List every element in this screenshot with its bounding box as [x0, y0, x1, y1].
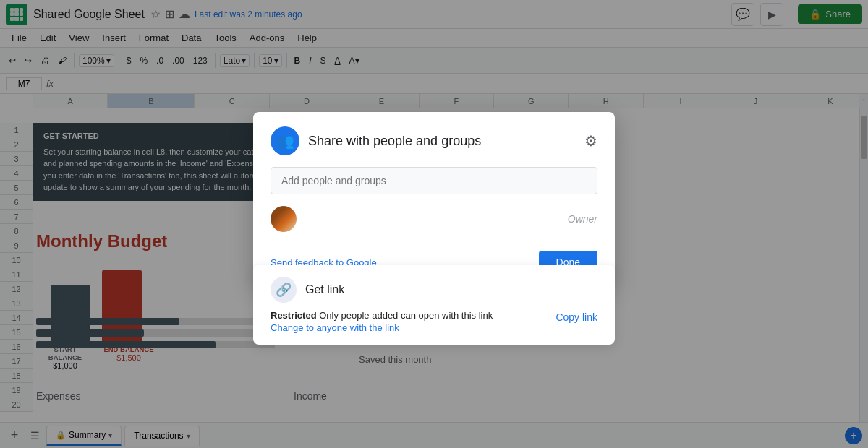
people-icon: 👥 — [276, 132, 294, 150]
people-icon-circle: 👥 — [271, 126, 299, 155]
share-dialog-header: 👥 Share with people and groups ⚙ — [271, 126, 597, 155]
share-dialog-title: Share with people and groups — [308, 134, 481, 149]
owner-avatar — [271, 206, 297, 232]
get-link-description: Restricted Only people added can open wi… — [271, 310, 493, 333]
share-dialog-title-wrap: 👥 Share with people and groups — [271, 126, 481, 155]
link-icon: 🔗 — [276, 282, 292, 298]
add-people-input[interactable] — [271, 167, 597, 194]
get-link-header: 🔗 Get link — [271, 277, 597, 303]
owner-avatar-image — [271, 206, 297, 232]
share-dialog: 👥 Share with people and groups ⚙ Owner S… — [253, 112, 615, 284]
restricted-label: Restricted — [271, 310, 317, 321]
owner-label: Owner — [568, 213, 597, 225]
copy-link-button[interactable]: Copy link — [556, 310, 597, 323]
link-icon-circle: 🔗 — [271, 277, 297, 303]
get-link-title: Get link — [305, 283, 344, 296]
change-to-anyone-link[interactable]: Change to anyone with the link — [271, 322, 493, 333]
get-link-body: Restricted Only people added can open wi… — [271, 310, 597, 333]
owner-row: Owner — [271, 206, 597, 232]
get-link-section: 🔗 Get link Restricted Only people added … — [253, 265, 615, 345]
link-desc-text: Only people added can open with this lin… — [319, 310, 493, 321]
settings-icon-button[interactable]: ⚙ — [584, 132, 597, 150]
